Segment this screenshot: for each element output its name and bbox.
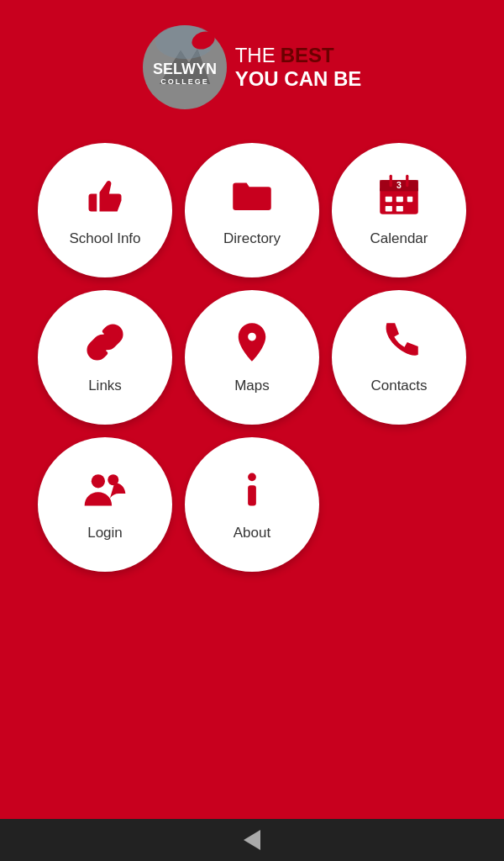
tagline-best: BEST [281, 44, 334, 67]
directory-button[interactable]: Directory [185, 143, 319, 277]
svg-text:3: 3 [396, 180, 402, 190]
svg-point-19 [92, 474, 105, 488]
phone-icon [377, 320, 421, 371]
svg-rect-15 [407, 197, 413, 203]
empty-cell [332, 437, 466, 572]
maps-button[interactable]: Maps [185, 290, 319, 425]
svg-rect-22 [248, 485, 256, 505]
app-tagline: THE BEST YOU CAN BE [235, 44, 362, 91]
users-icon [83, 467, 127, 518]
svg-point-21 [248, 473, 256, 482]
links-label: Links [88, 378, 122, 394]
login-button[interactable]: Login [38, 437, 172, 572]
svg-rect-16 [386, 206, 392, 212]
link-icon [83, 320, 127, 371]
app-header: SELWYN COLLEGE THE BEST YOU CAN BE [143, 25, 362, 109]
school-info-button[interactable]: School Info [38, 143, 172, 277]
thumbup-icon [83, 173, 127, 224]
bottom-navigation-bar [0, 819, 504, 861]
svg-rect-14 [396, 197, 403, 203]
calendar-button[interactable]: 3 Calendar [332, 143, 466, 277]
app-logo: SELWYN COLLEGE [143, 25, 227, 109]
tagline-you: YOU CAN BE [235, 67, 362, 91]
tagline-the: THE [235, 44, 276, 67]
folder-icon [230, 173, 274, 224]
info-icon [230, 467, 274, 518]
contacts-label: Contacts [370, 378, 427, 394]
back-button[interactable] [244, 830, 260, 850]
svg-rect-13 [386, 197, 392, 203]
school-info-label: School Info [69, 230, 140, 247]
about-label: About [234, 525, 270, 541]
main-grid: School Info Directory 3 [38, 143, 466, 572]
calendar-label: Calendar [370, 230, 428, 247]
login-label: Login [87, 525, 123, 541]
contacts-button[interactable]: Contacts [332, 290, 466, 425]
calendar-icon: 3 [377, 173, 421, 224]
about-button[interactable]: About [185, 437, 319, 572]
svg-text:SELWYN: SELWYN [153, 61, 217, 77]
directory-label: Directory [223, 230, 281, 247]
svg-text:COLLEGE: COLLEGE [160, 77, 209, 86]
maps-label: Maps [234, 378, 270, 394]
svg-rect-17 [396, 206, 403, 212]
links-button[interactable]: Links [38, 290, 172, 425]
map-icon [230, 320, 274, 371]
